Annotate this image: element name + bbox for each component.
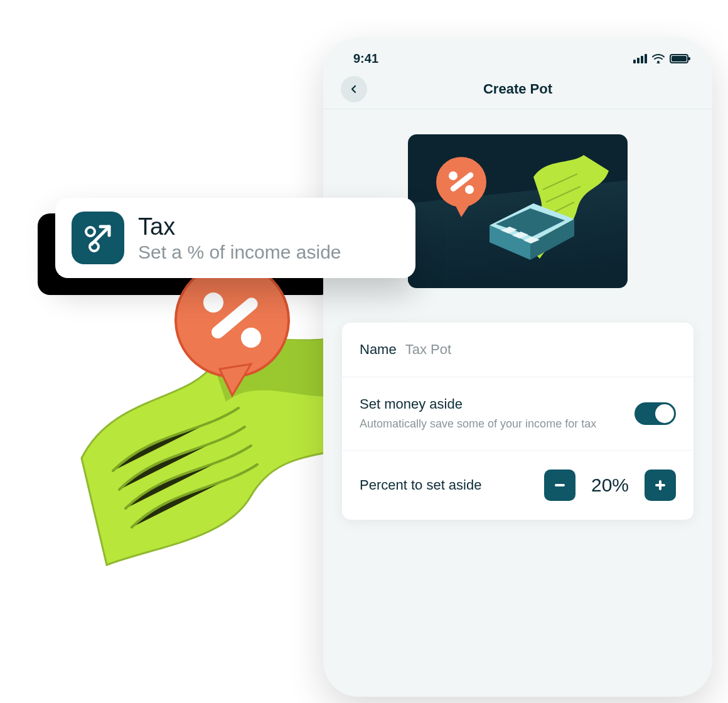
plus-icon bbox=[653, 478, 667, 492]
percent-stepper: 20% bbox=[544, 470, 676, 501]
wifi-icon bbox=[652, 54, 665, 63]
set-aside-toggle[interactable] bbox=[634, 402, 676, 425]
percent-row: Percent to set aside 20% bbox=[342, 451, 693, 520]
percent-label: Percent to set aside bbox=[360, 477, 481, 493]
tax-app-icon bbox=[72, 212, 124, 264]
form-panel: Name Tax Pot Set money aside Automatical… bbox=[342, 323, 693, 520]
chevron-left-icon bbox=[350, 85, 358, 94]
pot-illustration-card bbox=[408, 134, 628, 288]
minus-icon bbox=[553, 478, 567, 492]
increment-button[interactable] bbox=[645, 470, 676, 501]
svg-rect-15 bbox=[555, 484, 565, 486]
svg-point-12 bbox=[449, 171, 458, 180]
set-aside-subtitle: Automatically save some of your income f… bbox=[360, 416, 622, 431]
status-time: 9:41 bbox=[353, 51, 378, 66]
callout-text: Tax Set a % of income aside bbox=[138, 213, 341, 263]
back-button[interactable] bbox=[341, 76, 367, 102]
battery-icon bbox=[670, 54, 688, 63]
calculator-icon bbox=[483, 194, 577, 263]
signal-icon bbox=[633, 54, 647, 63]
name-row[interactable]: Name Tax Pot bbox=[342, 323, 693, 377]
nav-bar: Create Pot bbox=[323, 72, 712, 109]
svg-point-3 bbox=[657, 61, 660, 63]
callout-title: Tax bbox=[138, 213, 341, 240]
svg-point-1 bbox=[241, 328, 261, 348]
svg-point-0 bbox=[203, 292, 223, 313]
status-icons bbox=[633, 54, 688, 63]
callout-subtitle: Set a % of income aside bbox=[138, 242, 341, 263]
svg-rect-17 bbox=[659, 480, 661, 490]
svg-point-18 bbox=[86, 227, 95, 236]
name-value: Tax Pot bbox=[405, 341, 451, 358]
percent-value: 20% bbox=[587, 475, 633, 496]
set-aside-row: Set money aside Automatically save some … bbox=[342, 377, 693, 451]
svg-point-13 bbox=[465, 185, 474, 194]
decrement-button[interactable] bbox=[544, 470, 575, 501]
set-aside-title: Set money aside bbox=[360, 396, 622, 412]
tax-callout-card[interactable]: Tax Set a % of income aside bbox=[55, 198, 415, 278]
status-bar: 9:41 bbox=[323, 38, 712, 72]
name-label: Name bbox=[360, 341, 397, 358]
percent-arrow-icon bbox=[82, 222, 114, 254]
page-title: Create Pot bbox=[323, 81, 712, 97]
percent-bubble-icon bbox=[433, 156, 496, 218]
phone-frame: 9:41 Create Pot bbox=[323, 38, 712, 697]
